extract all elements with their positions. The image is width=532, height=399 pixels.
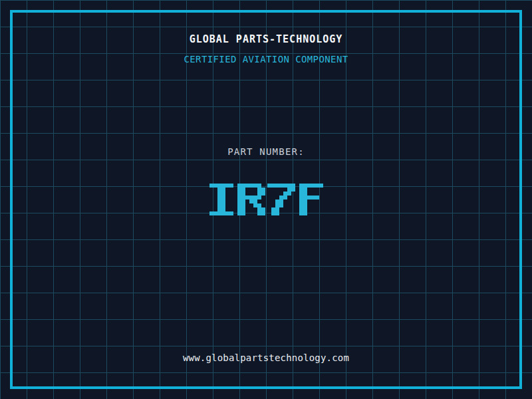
- part-number-char: [206, 184, 236, 215]
- tagline: CERTIFIED AVIATION COMPONENT: [0, 54, 532, 65]
- certificate-card: GLOBAL PARTS-TECHNOLOGY CERTIFIED AVIATI…: [0, 0, 532, 399]
- part-number-label: PART NUMBER:: [0, 146, 532, 157]
- part-number-value: [0, 184, 532, 215]
- website-url: www.globalpartstechnology.com: [0, 352, 532, 363]
- part-number-char: [266, 184, 296, 215]
- part-number-char: [236, 184, 266, 215]
- part-number-char: [296, 184, 326, 215]
- company-name: GLOBAL PARTS-TECHNOLOGY: [0, 33, 532, 45]
